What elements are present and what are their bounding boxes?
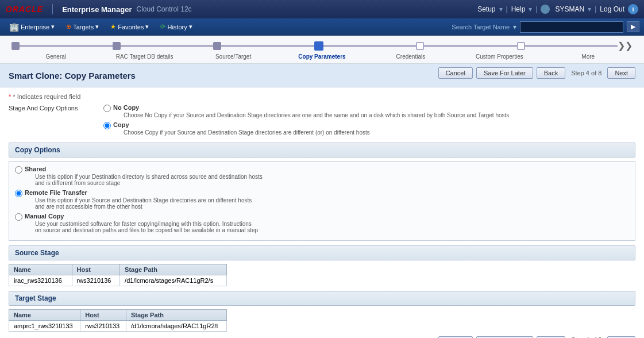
user-link[interactable]: SYSMAN	[555, 5, 584, 13]
no-copy-radio[interactable]	[103, 105, 111, 112]
shared-option: Shared Use this option if your Destinati…	[15, 165, 629, 186]
copy-options-header: Copy Options	[9, 143, 635, 158]
copy-radio[interactable]	[103, 122, 111, 129]
header-brand: ORACLE Enterprise Manager Cloud Control …	[6, 4, 192, 14]
enterprise-menu[interactable]: 🏢 Enterprise ▾	[5, 20, 59, 34]
setup-link[interactable]: Setup	[477, 5, 495, 13]
history-menu[interactable]: ⟳ History ▾	[156, 21, 196, 33]
next-button-top[interactable]: Next	[607, 67, 635, 79]
main-content: ❯❯ General RAC Target DB details Source/…	[0, 36, 644, 338]
step-circle-copy	[314, 41, 323, 51]
wizard-steps: ❯❯ General RAC Target DB details Source/…	[0, 36, 644, 64]
cancel-button-top[interactable]: Cancel	[438, 67, 473, 79]
source-row-host: rws3210136	[72, 275, 120, 286]
source-stage-table: Name Host Stage Path irac_rws3210136 rws…	[9, 264, 227, 286]
remote-file-transfer-radio[interactable]	[15, 190, 22, 197]
nav-right: Search Target Name ▾ ▶	[452, 21, 639, 33]
step-more[interactable]: ❯❯	[618, 41, 633, 51]
step-circle-creds	[416, 42, 424, 50]
oracle-logo: ORACLE	[6, 5, 43, 14]
enterprise-icon: 🏢	[9, 22, 19, 32]
step-connector-4	[323, 45, 417, 47]
no-copy-desc: Choose No Copy if your Source and Destin…	[124, 112, 509, 118]
top-action-buttons: Cancel Save For Later Back Step 4 of 8 N…	[438, 67, 635, 79]
step-circle-source	[213, 42, 221, 50]
step-general[interactable]	[11, 42, 20, 50]
step-connector-2	[121, 45, 214, 47]
search-input[interactable]	[520, 21, 623, 33]
search-button[interactable]: ▶	[627, 21, 639, 32]
manual-copy-desc: Use your customised software for faster …	[35, 221, 258, 233]
shared-radio[interactable]	[15, 166, 22, 174]
target-stage-table-wrapper: Name Host Stage Path amprc1_rws3210133 r…	[9, 309, 635, 332]
search-label: Search Target Name	[452, 24, 510, 30]
step-rac[interactable]	[113, 42, 121, 50]
source-row-name: irac_rws3210136	[9, 275, 72, 286]
target-stage-row: amprc1_rws3210133 rws3210133 /d1/lcmora/…	[9, 321, 227, 332]
target-stage-table: Name Host Stage Path amprc1_rws3210133 r…	[9, 309, 227, 332]
step-connector-6	[525, 45, 618, 47]
shared-desc: Use this option if your Destination dire…	[35, 174, 263, 186]
info-icon: i	[628, 4, 638, 14]
source-stage-header: Source Stage	[9, 245, 635, 260]
nav-left: 🏢 Enterprise ▾ ⊕ Targets ▾ ★ Favorites ▾…	[5, 20, 197, 34]
target-row-name: amprc1_rws3210133	[9, 321, 80, 332]
shared-label[interactable]: Shared	[25, 166, 46, 172]
em-title: Enterprise Manager	[62, 5, 132, 14]
logout-link[interactable]: Log Out	[600, 5, 624, 13]
steps-row: ❯❯	[11, 41, 633, 51]
target-row-stage-path: /d1/lcmora/stages/RAC11gR2/t	[126, 321, 227, 332]
remote-file-transfer-label[interactable]: Remote File Transfer	[25, 189, 87, 196]
step-copy-params[interactable]	[314, 41, 323, 51]
help-link[interactable]: Help	[511, 5, 526, 13]
history-icon: ⟳	[160, 23, 165, 30]
manual-copy-radio[interactable]	[15, 213, 22, 221]
target-col-stage-path: Stage Path	[126, 310, 227, 321]
header-divider	[52, 4, 53, 14]
form-area: * * Indicates required field Stage And C…	[0, 87, 644, 338]
save-for-later-button-top[interactable]: Save For Later	[476, 67, 533, 79]
source-stage-row: irac_rws3210136 rws3210136 /d1/lcmora/st…	[9, 275, 227, 286]
targets-icon: ⊕	[66, 23, 71, 30]
nav-bar: 🏢 Enterprise ▾ ⊕ Targets ▾ ★ Favorites ▾…	[0, 18, 644, 36]
step-label-general: General	[11, 52, 100, 60]
user-icon	[541, 5, 550, 14]
step-label-source-target: Source/Target	[189, 52, 277, 60]
step-custom-props[interactable]	[517, 42, 525, 50]
step-label-rac: RAC Target DB details	[100, 52, 188, 60]
cloud-title: Cloud Control 12c	[137, 5, 192, 13]
step-connector-3	[221, 45, 314, 47]
stage-copy-content: No Copy Choose No Copy if your Source an…	[103, 103, 635, 138]
step-labels: General RAC Target DB details Source/Tar…	[11, 52, 633, 60]
stage-copy-options-row: Stage And Copy Options No Copy Choose No…	[9, 103, 635, 138]
manual-copy-label[interactable]: Manual Copy	[25, 213, 64, 220]
favorites-menu[interactable]: ★ Favorites ▾	[106, 21, 153, 33]
step-connector	[20, 45, 113, 47]
page-title: Smart Clone: Copy Parameters	[9, 71, 136, 80]
copy-label[interactable]: Copy	[113, 121, 129, 128]
back-button-top[interactable]: Back	[537, 67, 565, 79]
copy-options-body: Shared Use this option if your Destinati…	[9, 161, 635, 241]
source-row-stage-path: /d1/lcmora/stages/RAC11gR2/s	[120, 275, 227, 286]
source-col-stage-path: Stage Path	[120, 264, 227, 275]
targets-menu[interactable]: ⊕ Targets ▾	[61, 21, 103, 33]
remote-file-transfer-desc: Use this option if your Source and Desti…	[35, 197, 252, 210]
copy-desc: Choose Copy if your Source and Destinati…	[124, 129, 370, 136]
page-title-bar: Smart Clone: Copy Parameters Cancel Save…	[0, 64, 644, 87]
more-arrow-icon: ❯❯	[618, 41, 633, 51]
step-label-more: More	[544, 52, 633, 60]
target-stage-header: Target Stage	[9, 291, 635, 306]
step-circle-general	[11, 42, 20, 50]
stage-copy-label: Stage And Copy Options	[9, 103, 103, 112]
step-source-target[interactable]	[213, 42, 221, 50]
step-credentials[interactable]	[416, 42, 424, 50]
step-label-custom-props: Custom Properties	[455, 52, 543, 60]
source-stage-table-wrapper: Name Host Stage Path irac_rws3210136 rws…	[9, 264, 635, 286]
required-note: * * Indicates required field	[9, 93, 635, 100]
step-label-credentials: Credentials	[367, 52, 455, 60]
target-col-name: Name	[9, 310, 80, 321]
source-col-host: Host	[72, 264, 120, 275]
no-copy-label[interactable]: No Copy	[113, 104, 139, 111]
no-copy-option: No Copy Choose No Copy if your Source an…	[103, 103, 635, 118]
step-circle-rac	[113, 42, 121, 50]
